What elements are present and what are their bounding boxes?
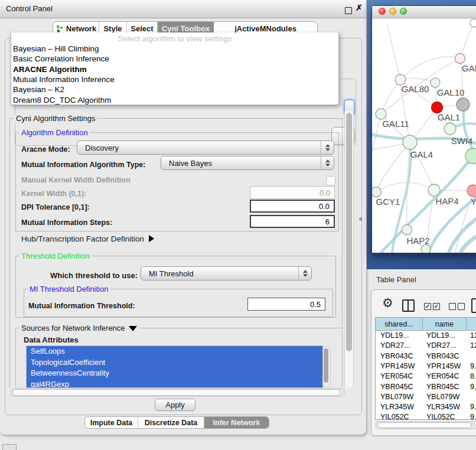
network-node-gcy1[interactable] [372,187,382,197]
network-node[interactable] [470,19,476,27]
table-row[interactable]: YBR045CYBR045C9. [376,382,476,392]
table-row[interactable]: YBR043CYBR043C [376,351,476,361]
attributes-scrollbar[interactable] [322,346,331,387]
network-node-gal1[interactable] [432,102,443,113]
network-edge [381,80,400,114]
algorithm-option[interactable]: Bayesian – K2 [13,84,332,94]
algorithm-option[interactable]: Mutual Information Inference [13,74,332,84]
network-node-hap4[interactable] [428,184,440,196]
close-icon[interactable]: ✗ [356,3,363,12]
panel-splitter-arrow-icon[interactable] [358,217,362,221]
table-row[interactable]: YLR345WYLR345W9. [376,402,476,412]
attribute-list-item[interactable]: BetweennessCentrality [27,368,322,379]
network-node-gal11[interactable] [376,109,386,119]
network-node[interactable] [421,244,431,253]
checked-boxes-icon[interactable]: ✓✓ [424,303,439,310]
table-cell: YPR145W [380,362,415,370]
column-header-shared[interactable]: shared... [376,318,423,331]
table-row[interactable]: YPR145WYPR145W9. [376,361,476,371]
table-header-row[interactable]: shared...name [376,318,476,331]
table-row[interactable]: YIL052CYIL052C9. [376,412,476,419]
network-node-hap2[interactable] [402,225,412,235]
tab-infer-network[interactable]: Infer Network [204,417,269,428]
algorithm-dropdown-placeholder: Select algorithm to view settings [11,34,338,43]
table-row[interactable]: YER054CYER054C8. [376,371,476,381]
bottom-tabs: Impute DataDiscretize DataInfer Network [84,416,269,429]
algorithm-option[interactable]: Bayesian – Hill Climbing [13,44,332,54]
table-row[interactable]: YDL19...YDL19...13 [376,331,476,341]
settings-vertical-scrollbar[interactable] [344,111,354,387]
table-cell: YBR045C [426,383,459,391]
table-cell: 8. [470,372,476,380]
table-cell: YDL19... [426,331,455,340]
mi-steps-field[interactable]: 6 [250,215,335,228]
document-icon[interactable] [471,298,476,313]
network-node[interactable] [457,98,470,111]
manual-kernel-checkbox[interactable] [326,176,335,185]
network-edge [461,236,476,253]
attributes-scrollbar-thumb[interactable] [324,348,328,383]
gear-icon[interactable]: ⚙ [382,296,393,310]
node-label: SWI4 [451,136,473,146]
dpi-tolerance-field[interactable]: 0.0 [250,200,335,213]
control-panel-titlebar[interactable]: Control Panel ✗ [0,0,366,18]
network-node-swi4[interactable] [444,123,456,135]
network-canvas[interactable]: GALGAL80GAL10GAL1GAL11SWI4GAL4GCY1HAP4YH… [372,19,476,253]
table-row[interactable]: YDR27...YDR27...12 [376,341,476,351]
attribute-list-item[interactable]: gal4RGexp [27,379,322,389]
tab-label: Cyni Toolbox [162,24,210,33]
network-node-y[interactable] [467,185,476,197]
mi-threshold-field[interactable]: 0.5 [247,298,325,311]
close-traffic-light[interactable] [379,8,386,15]
network-window-titlebar[interactable] [372,6,476,19]
table-horizontal-scrollbar[interactable] [375,421,476,429]
stepper-arrows-icon[interactable] [321,156,334,169]
algorithm-option[interactable]: Basic Correlation Inference [13,54,332,64]
attribute-list-item[interactable]: TopologicalCoefficient [27,357,322,369]
column-header[interactable] [467,318,476,331]
hub-definition-toggle[interactable]: Hub/Transcription Factor Definition [21,234,154,243]
table-cell: YLR345W [426,403,460,411]
algorithm-option[interactable]: ARACNE Algorithm [13,64,332,74]
table-cell: 9. [470,403,476,411]
table-row[interactable]: YBL079WYBL079W [376,392,476,402]
settings-horizontal-scrollbar-thumb[interactable] [12,389,340,396]
network-node-gal[interactable] [455,54,465,64]
data-attributes-list[interactable]: SelfLoopsTopologicalCoefficientBetweenne… [26,345,323,388]
which-threshold-select[interactable]: MI Threshold [141,266,312,281]
settings-vertical-scrollbar-thumb[interactable] [346,113,352,351]
network-edge [464,107,476,155]
minimize-traffic-light[interactable] [389,8,396,15]
zoom-traffic-light[interactable] [400,8,407,15]
column-header-name[interactable]: name [423,318,467,331]
network-node-gal10[interactable] [431,78,440,87]
tab-impute-data[interactable]: Impute Data [85,417,138,428]
bottom-left-partial-button[interactable] [2,444,17,450]
apply-button[interactable]: Apply [155,399,195,411]
table-panel: ⚙ ✓✓ shared...name YDL19...YDL19...13YDR… [371,289,476,436]
unchecked-boxes-icon[interactable] [449,303,464,310]
dpi-tolerance-label: DPI Tolerance [0,1]: [21,203,90,211]
settings-horizontal-scrollbar[interactable] [11,388,345,397]
column-panes-icon[interactable] [402,299,415,312]
float-window-icon[interactable] [345,7,352,14]
node-attribute-table[interactable]: shared...name YDL19...YDL19...13YDR27...… [375,317,476,420]
tab-discretize-data[interactable]: Discretize Data [138,417,204,428]
table-horizontal-scrollbar-thumb[interactable] [377,422,472,428]
network-node-gal4[interactable] [403,135,417,149]
algorithm-option[interactable]: Dream8 DC_TDC Algorithm [13,95,332,105]
aracne-mode-select[interactable]: Discovery [77,141,334,155]
table-body[interactable]: YDL19...YDL19...13YDR27...YDR27...12YBR0… [376,331,476,419]
stepper-arrows-icon[interactable] [298,267,311,280]
mi-type-label: Mutual Information Algorithm Type: [21,161,145,169]
tab-label: jActiveMNodules [234,24,296,33]
kernel-width-field[interactable]: 0.0 [250,186,335,199]
network-edge [376,182,434,192]
table-cell: YIL052C [380,413,409,419]
sources-group-title[interactable]: Sources for Network Inference [19,324,139,332]
mi-type-select[interactable]: Naive Bayes [161,156,334,170]
stepper-arrows-icon[interactable] [321,141,334,154]
table-panel-title: Table Panel [376,275,416,284]
attribute-list-item[interactable]: SelfLoops [27,346,322,357]
node-label: GAL [462,63,476,73]
